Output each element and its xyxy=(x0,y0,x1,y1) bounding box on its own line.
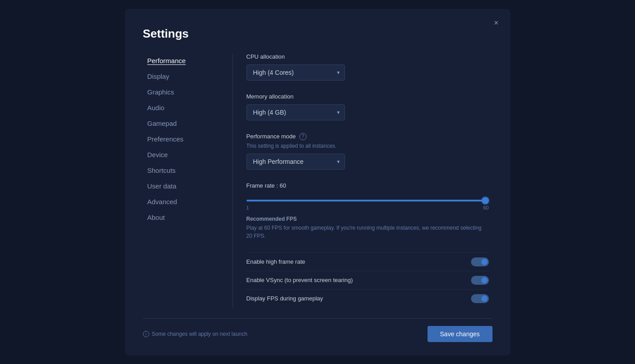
vertical-divider xyxy=(233,53,233,308)
performance-mode-help-icon[interactable]: ? xyxy=(299,133,307,140)
performance-mode-select-wrapper: Power SaverBalancedHigh Performance ▾ xyxy=(246,154,345,170)
footer-note-text: Some changes will apply on next launch xyxy=(152,331,247,337)
slider-max-label: 60 xyxy=(483,205,488,210)
sidebar-item-audio[interactable]: Audio xyxy=(143,100,219,115)
toggle-high-frame-rate[interactable] xyxy=(471,257,489,266)
sidebar-item-about[interactable]: About xyxy=(143,210,219,225)
footer-note: i Some changes will apply on next launch xyxy=(143,331,247,337)
performance-mode-select[interactable]: Power SaverBalancedHigh Performance xyxy=(246,154,345,170)
cpu-allocation-select[interactable]: Low (1 Core)Medium (2 Cores)High (4 Core… xyxy=(246,64,345,81)
performance-mode-section: Performance mode ? This setting is appli… xyxy=(246,133,489,170)
fps-recommendation-title: Recommended FPS xyxy=(246,216,489,222)
performance-mode-sublabel: This setting is applied to all instances… xyxy=(246,143,489,149)
slider-min-label: 1 xyxy=(246,205,249,210)
performance-mode-label-row: Performance mode ? xyxy=(246,133,489,140)
frame-rate-slider[interactable] xyxy=(246,200,489,201)
toggle-row-high-frame-rate: Enable high frame rate xyxy=(246,253,489,271)
frame-rate-value: 60 xyxy=(280,182,286,189)
sidebar-item-advanced[interactable]: Advanced xyxy=(143,194,219,209)
fps-recommendation-description: Play at 60 FPS for smooth gameplay. If y… xyxy=(246,224,489,240)
save-button[interactable]: Save changes xyxy=(428,326,492,342)
sidebar-item-graphics[interactable]: Graphics xyxy=(143,85,219,99)
page-title: Settings xyxy=(143,27,492,41)
sidebar-item-performance[interactable]: Performance xyxy=(143,53,219,68)
frame-rate-section: Frame rate : 60 1 60 Recommended FPS Pla… xyxy=(246,182,489,240)
cpu-allocation-label: CPU allocation xyxy=(246,53,489,60)
toggle-row-vsync: Enable VSync (to prevent screen tearing) xyxy=(246,271,489,289)
frame-rate-label-prefix: Frame rate : xyxy=(246,182,280,189)
sidebar-item-shortcuts[interactable]: Shortcuts xyxy=(143,163,219,178)
cpu-allocation-select-wrapper: Low (1 Core)Medium (2 Cores)High (4 Core… xyxy=(246,64,345,81)
close-button[interactable]: × xyxy=(490,17,502,29)
memory-allocation-select[interactable]: Low (1 GB)Medium (2 GB)High (4 GB)Ultra … xyxy=(246,104,345,120)
performance-mode-label: Performance mode xyxy=(246,133,296,140)
memory-allocation-section: Memory allocation Low (1 GB)Medium (2 GB… xyxy=(246,93,489,120)
sidebar-item-preferences[interactable]: Preferences xyxy=(143,132,219,146)
toggle-label-display-fps: Display FPS during gameplay xyxy=(246,295,323,302)
sidebar-item-device[interactable]: Device xyxy=(143,147,219,162)
settings-modal: × Settings PerformanceDisplayGraphicsAud… xyxy=(125,9,510,355)
toggle-row-display-fps: Display FPS during gameplay xyxy=(246,289,489,308)
sidebar-item-display[interactable]: Display xyxy=(143,69,219,84)
frame-rate-label: Frame rate : 60 xyxy=(246,182,489,189)
toggle-vsync[interactable] xyxy=(471,276,489,285)
sidebar-item-user-data[interactable]: User data xyxy=(143,179,219,193)
footer: i Some changes will apply on next launch… xyxy=(143,318,492,342)
content-area: CPU allocation Low (1 Core)Medium (2 Cor… xyxy=(246,53,492,308)
cpu-allocation-section: CPU allocation Low (1 Core)Medium (2 Cor… xyxy=(246,53,489,81)
memory-allocation-label: Memory allocation xyxy=(246,93,489,100)
info-icon: i xyxy=(143,331,149,337)
memory-allocation-select-wrapper: Low (1 GB)Medium (2 GB)High (4 GB)Ultra … xyxy=(246,104,345,120)
toggle-label-vsync: Enable VSync (to prevent screen tearing) xyxy=(246,277,353,283)
sidebar: PerformanceDisplayGraphicsAudioGamepadPr… xyxy=(143,53,219,308)
slider-minmax: 1 60 xyxy=(246,205,489,210)
toggles-container: Enable high frame rateEnable VSync (to p… xyxy=(246,253,489,308)
toggle-label-high-frame-rate: Enable high frame rate xyxy=(246,258,306,265)
sidebar-item-gamepad[interactable]: Gamepad xyxy=(143,116,219,131)
settings-body: PerformanceDisplayGraphicsAudioGamepadPr… xyxy=(143,53,492,308)
toggle-display-fps[interactable] xyxy=(471,294,489,303)
